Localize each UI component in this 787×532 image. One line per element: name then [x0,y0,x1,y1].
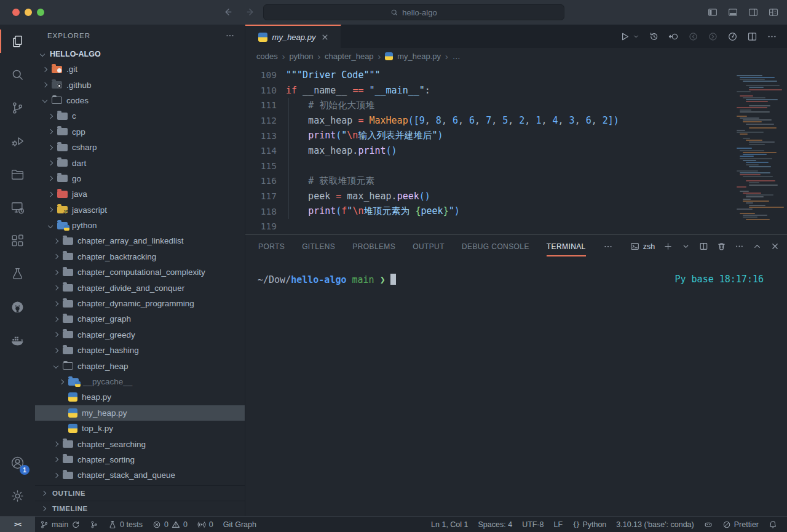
status-notifications[interactable] [764,517,782,532]
tree-item-java[interactable]: java [35,186,245,202]
breadcrumb-item[interactable]: chapter_heap [325,52,374,61]
tree-item-javascript[interactable]: JSjavascript [35,202,245,218]
close-window-button[interactable] [12,9,20,16]
status-python-interpreter[interactable]: 3.10.13 ('base': conda) [611,517,698,532]
status-language-mode[interactable]: {}Python [568,517,611,532]
activitybar-extensions[interactable] [0,224,35,257]
status-encoding[interactable]: UTF-8 [517,517,548,532]
tree-item-chapter-graph[interactable]: chapter_graph [35,311,245,327]
tree-item-chapter-backtracking[interactable]: chapter_backtracking [35,249,245,264]
close-panel-icon[interactable] [770,242,780,251]
tree-root-hello-algo[interactable]: HELLO-ALGO [35,47,245,62]
kill-terminal-icon[interactable] [717,242,726,251]
tree-item-codes[interactable]: codes [35,93,245,108]
timeline-section[interactable]: TIMELINE [35,501,245,516]
tree-item-chapter-searching[interactable]: chapter_searching [35,436,245,451]
navigate-back-icon[interactable] [223,7,233,17]
tree-item-chapter-array-and-linkedlist[interactable]: chapter_array_and_linkedlist [35,233,245,248]
remote-indicator[interactable]: >< [0,517,35,532]
tree-item-chapter-sorting[interactable]: chapter_sorting [35,452,245,467]
activitybar-project-folder[interactable] [0,157,35,191]
customize-layout-icon[interactable] [769,7,778,17]
tree-item-heap-py[interactable]: heap.py [35,389,245,405]
panel-tab-gitlens[interactable]: GITLENS [302,242,335,251]
zoom-window-button[interactable] [37,9,44,16]
code-editor[interactable]: 109"""Driver Code"""110if __name__ == "_… [245,65,787,234]
panel-tab-terminal[interactable]: TERMINAL [547,242,586,251]
close-tab-icon[interactable] [320,33,330,42]
status-eol[interactable]: LF [549,517,568,532]
tree-item-github[interactable]: .github [35,77,245,92]
breadcrumb-item[interactable]: … [453,52,461,61]
run-icon[interactable] [619,31,630,42]
more-actions-icon[interactable] [735,242,744,251]
breadcrumb-item[interactable]: codes [256,52,278,61]
activitybar-docker[interactable] [0,324,35,357]
new-terminal-icon[interactable] [663,242,673,251]
tree-item-chapter-hashing[interactable]: chapter_hashing [35,343,245,358]
tree-item-python[interactable]: python [35,218,245,233]
tree-item-go[interactable]: go [35,171,245,186]
next-change-icon[interactable] [708,31,718,42]
activitybar-search[interactable] [0,58,35,91]
terminal-shell-icon[interactable] [630,242,639,251]
status-prettier[interactable]: Prettier [718,517,764,532]
terminal[interactable]: ~/Dow/hello-algo main ❯ Py base 18:17:16 [245,258,787,516]
tree-item-dart[interactable]: dart [35,155,245,170]
status-copilot[interactable] [699,517,718,532]
more-actions-icon[interactable] [767,31,777,42]
tree-item-chapter-dynamic-programming[interactable]: chapter_dynamic_programming [35,296,245,311]
tree-item-pycache[interactable]: __pycache__ [35,374,245,389]
tree-item-chapter-computational-complexity[interactable]: chapter_computational_complexity [35,264,245,280]
toggle-panel-icon[interactable] [728,7,738,17]
compare-previous-icon[interactable] [668,31,679,42]
explorer-more-actions-icon[interactable] [225,31,235,41]
breadcrumb-item[interactable]: python [289,52,313,61]
activitybar-remote-explorer[interactable] [0,191,35,224]
activitybar-source-control[interactable] [0,91,35,124]
tree-item-git[interactable]: .git [35,62,245,77]
timeline-icon[interactable] [649,31,659,42]
activitybar-settings[interactable] [0,479,35,512]
tree-item-c[interactable]: c [35,108,245,124]
tree-item-chapter-divide-and-conquer[interactable]: chapter_divide_and_conquer [35,280,245,295]
outline-section[interactable]: OUTLINE [35,485,245,501]
panel-tab-ports[interactable]: PORTS [258,242,285,251]
run-dropdown-icon[interactable] [633,33,639,40]
terminal-dropdown-icon[interactable] [681,242,690,251]
activitybar-accounts[interactable]: 1 [0,446,35,479]
status-cursor-position[interactable]: Ln 1, Col 1 [426,517,473,532]
minimize-window-button[interactable] [25,9,32,16]
split-terminal-icon[interactable] [699,242,708,251]
navigate-forward-icon[interactable] [245,7,256,17]
more-actions-icon[interactable] [603,242,613,252]
tree-item-top-k-py[interactable]: top_k.py [35,421,245,436]
status-tests[interactable]: 0 tests [103,517,148,532]
tree-item-chapter-greedy[interactable]: chapter_greedy [35,327,245,343]
tree-item-chapter-stack-and-queue[interactable]: chapter_stack_and_queue [35,467,245,483]
status-ports[interactable]: 0 [192,517,218,532]
gitlens-graph-icon[interactable] [727,31,738,42]
panel-tab-debug-console[interactable]: DEBUG CONSOLE [462,242,529,251]
breadcrumb-item[interactable]: my_heap.py [397,52,441,61]
status-git-graph-button[interactable] [85,517,103,532]
command-center-search[interactable]: hello-algo [263,4,564,20]
status-git-graph[interactable]: Git Graph [218,517,261,532]
status-indentation[interactable]: Spaces: 4 [473,517,518,532]
prev-change-icon[interactable] [688,31,698,42]
status-git-branch[interactable]: main [35,517,85,532]
activitybar-github[interactable] [0,290,35,324]
activitybar-run-debug[interactable] [0,124,35,157]
toggle-primary-sidebar-icon[interactable] [708,7,718,17]
panel-tab-problems[interactable]: PROBLEMS [352,242,395,251]
panel-tab-output[interactable]: OUTPUT [413,242,445,251]
tree-item-csharp[interactable]: csharp [35,140,245,155]
tree-item-chapter-heap[interactable]: chapter_heap [35,358,245,373]
tab-my-heap[interactable]: my_heap.py [245,25,341,48]
split-editor-icon[interactable] [747,31,757,42]
tree-item-cpp[interactable]: cpp [35,124,245,140]
activitybar-explorer[interactable] [0,25,35,58]
minimap[interactable] [737,72,782,222]
status-problems[interactable]: 00 [148,517,192,532]
tree-item-my-heap-py[interactable]: my_heap.py [35,405,245,421]
